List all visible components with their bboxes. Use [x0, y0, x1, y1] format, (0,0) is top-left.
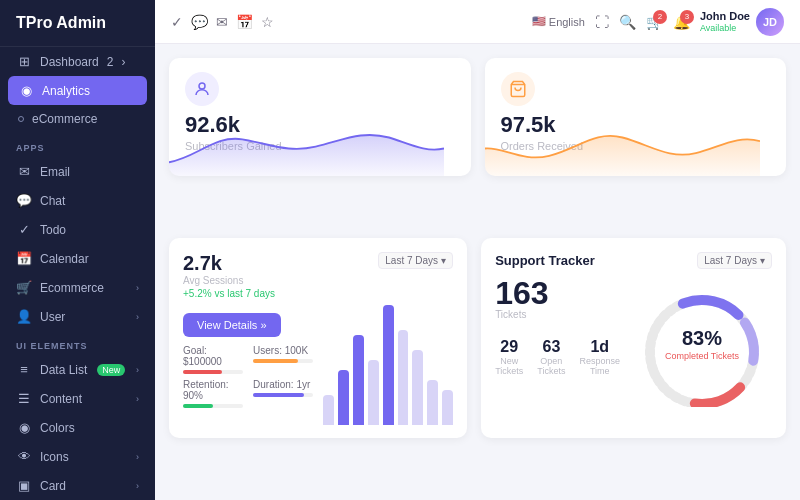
flag-icon: 🇺🇸: [532, 15, 546, 28]
bar-9: [442, 390, 453, 425]
support-badge-label: Last 7 Days: [704, 255, 757, 266]
metric-goal: Goal: $100000: [183, 345, 243, 374]
sidebar-item-label: Content: [40, 392, 82, 406]
metric-goal-bar-bg: [183, 370, 243, 374]
sidebar-item-chat[interactable]: 💬 Chat: [0, 186, 155, 215]
orders-card: 97.5k Orders Received: [485, 58, 787, 176]
sidebar-item-label: Card: [40, 479, 66, 493]
sidebar-item-ecommerce[interactable]: eCommerce: [0, 105, 155, 133]
colors-icon: ◉: [16, 420, 32, 435]
sidebar-item-label: Calendar: [40, 252, 89, 266]
sidebar-item-card[interactable]: ▣ Card ›: [0, 471, 155, 500]
search-icon[interactable]: 🔍: [619, 14, 636, 30]
open-tickets-value: 63: [537, 338, 565, 356]
icons-icon: 👁: [16, 449, 32, 464]
expand-icon[interactable]: ⛶: [595, 14, 609, 30]
sidebar-item-calendar[interactable]: 📅 Calendar: [0, 244, 155, 273]
analytics-icon: ◉: [18, 83, 34, 98]
response-time-label: Response Time: [579, 356, 620, 376]
response-time-stat: 1d Response Time: [579, 338, 620, 376]
svg-point-0: [199, 83, 205, 89]
open-tickets-stat: 63 Open Tickets: [537, 338, 565, 376]
sidebar-item-datalist[interactable]: ≡ Data List New ›: [0, 355, 155, 384]
sidebar-item-dashboard[interactable]: ⊞ Dashboard 2 ›: [0, 47, 155, 76]
user-info[interactable]: John Doe Available JD: [700, 8, 784, 36]
dashboard-arrow: ›: [121, 55, 125, 69]
metric-duration: Duration: 1yr: [253, 379, 313, 408]
subscribers-chart: [169, 121, 444, 176]
metric-goal-label: Goal: $100000: [183, 345, 243, 367]
topbar: ✓ 💬 ✉ 📅 ☆ 🇺🇸 English ⛶ 🔍 🛒 2 🔔 3: [155, 0, 800, 44]
stats-row: 92.6k Subscribers Gained: [169, 58, 786, 224]
sessions-value: 2.7k: [183, 252, 275, 275]
topbar-right: 🇺🇸 English ⛶ 🔍 🛒 2 🔔 3 John Doe Availabl…: [532, 8, 784, 36]
metric-row-2: Retention: 90% Duration: 1yr: [183, 379, 313, 408]
notif-badge: 3: [680, 10, 694, 24]
cart-button[interactable]: 🛒 2: [646, 14, 663, 30]
badge-label: Last 7 Days: [385, 255, 438, 266]
notif-button[interactable]: 🔔 3: [673, 14, 690, 30]
sidebar-item-label: Dashboard: [40, 55, 99, 69]
metric-users-bar: [253, 359, 298, 363]
dashboard-badge: 2: [107, 55, 114, 69]
support-title: Support Tracker: [495, 253, 595, 268]
star-icon[interactable]: ☆: [261, 14, 274, 30]
support-stats: 29 New Tickets 63 Open Tickets 1d Respon…: [495, 338, 620, 376]
support-left: 163 Tickets 29 New Tickets 63 Open Ticke…: [495, 277, 620, 407]
response-time-value: 1d: [579, 338, 620, 356]
gauge-container: 83% Completed Tickets: [632, 277, 772, 407]
card-arrow: ›: [136, 481, 139, 491]
avatar: JD: [756, 8, 784, 36]
language-selector[interactable]: 🇺🇸 English: [532, 15, 585, 28]
sidebar-item-icons[interactable]: 👁 Icons ›: [0, 442, 155, 471]
content-arrow: ›: [136, 394, 139, 404]
bar-3: [353, 335, 364, 425]
view-details-button[interactable]: View Details »: [183, 313, 281, 337]
sidebar: TPro Admin ⊞ Dashboard 2 › ◉ Analytics e…: [0, 0, 155, 500]
sidebar-item-label: Colors: [40, 421, 75, 435]
sessions-header: 2.7k Avg Sessions +5.2% vs last 7 days L…: [183, 252, 453, 299]
support-body: 163 Tickets 29 New Tickets 63 Open Ticke…: [495, 277, 772, 407]
metric-retention-bar-bg: [183, 404, 243, 408]
sidebar-item-user[interactable]: 👤 User ›: [0, 302, 155, 331]
sidebar-logo: TPro Admin: [0, 0, 155, 47]
content-grid: 92.6k Subscribers Gained: [155, 44, 800, 500]
metric-users-bar-bg: [253, 359, 313, 363]
sidebar-item-content[interactable]: ☰ Content ›: [0, 384, 155, 413]
sessions-card: 2.7k Avg Sessions +5.2% vs last 7 days L…: [169, 238, 467, 438]
mail-icon[interactable]: ✉: [216, 14, 228, 30]
message-icon[interactable]: 💬: [191, 14, 208, 30]
subscribers-icon: [185, 72, 219, 106]
sidebar-item-label: User: [40, 310, 65, 324]
user-name: John Doe: [700, 10, 750, 23]
gauge-svg: 83% Completed Tickets: [632, 277, 772, 407]
metric-duration-bar: [253, 393, 304, 397]
orders-icon: [501, 72, 535, 106]
badge-arrow: ▾: [441, 255, 446, 266]
sidebar-item-todo[interactable]: ✓ Todo: [0, 215, 155, 244]
sessions-metrics: Goal: $100000 Users: 100K: [183, 345, 313, 408]
new-tickets-stat: 29 New Tickets: [495, 338, 523, 376]
user-status: Available: [700, 23, 750, 33]
new-tickets-label: New Tickets: [495, 356, 523, 376]
check-icon[interactable]: ✓: [171, 14, 183, 30]
metric-duration-bar-bg: [253, 393, 313, 397]
ui-section-label: UI ELEMENTS: [0, 331, 155, 355]
support-card: Support Tracker Last 7 Days ▾ 163 Ticket…: [481, 238, 786, 438]
sidebar-item-analytics[interactable]: ◉ Analytics: [8, 76, 147, 105]
user-icon: 👤: [16, 309, 32, 324]
orders-chart: [485, 121, 760, 176]
user-arrow: ›: [136, 312, 139, 322]
support-badge[interactable]: Last 7 Days ▾: [697, 252, 772, 269]
sidebar-item-label: Email: [40, 165, 70, 179]
sidebar-item-label: Data List: [40, 363, 87, 377]
calendar-icon: 📅: [16, 251, 32, 266]
sessions-badge[interactable]: Last 7 Days ▾: [378, 252, 453, 269]
sidebar-item-email[interactable]: ✉ Email: [0, 157, 155, 186]
sidebar-item-colors[interactable]: ◉ Colors: [0, 413, 155, 442]
sessions-change: +5.2% vs last 7 days: [183, 288, 275, 299]
sidebar-item-label: Analytics: [42, 84, 90, 98]
sessions-bar-chart: [323, 305, 453, 425]
topbar-calendar-icon[interactable]: 📅: [236, 14, 253, 30]
sidebar-item-ecommerce2[interactable]: 🛒 Ecommerce ›: [0, 273, 155, 302]
